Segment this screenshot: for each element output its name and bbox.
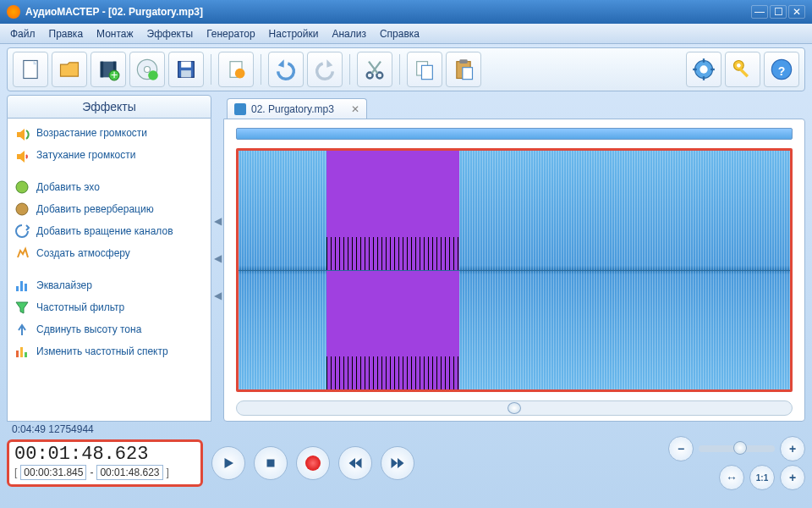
copy-button[interactable] xyxy=(407,52,442,87)
status-bar: 0:04:49 12754944 xyxy=(0,422,812,437)
svg-point-33 xyxy=(16,203,28,215)
video-button[interactable]: + xyxy=(91,52,126,87)
effect-item[interactable]: Добавить реверберацию xyxy=(8,198,211,220)
save-button[interactable] xyxy=(168,52,204,87)
svg-rect-17 xyxy=(422,65,433,79)
effect-item[interactable]: Возрастание громкости xyxy=(8,122,211,144)
svg-rect-34 xyxy=(16,286,19,291)
menu-settings[interactable]: Настройки xyxy=(262,25,326,42)
main-toolbar: + ? xyxy=(7,47,805,91)
play-button[interactable] xyxy=(211,446,245,480)
waveform-selection[interactable] xyxy=(326,151,458,389)
open-file-button[interactable] xyxy=(52,52,87,87)
effect-label: Затухание громкости xyxy=(36,149,135,161)
zoom-fit-button[interactable]: ↔ xyxy=(719,465,744,490)
scrollbar-thumb[interactable] xyxy=(508,402,521,414)
svg-rect-37 xyxy=(16,351,19,357)
sidebar-title: Эффекты xyxy=(7,95,211,119)
effect-label: Сдвинуть высоту тона xyxy=(36,323,141,335)
cut-button[interactable] xyxy=(357,52,392,87)
close-button[interactable]: ✕ xyxy=(788,5,805,19)
waveform-overview[interactable] xyxy=(236,128,793,140)
svg-point-32 xyxy=(16,181,28,193)
pitch-icon xyxy=(14,322,30,337)
menu-edit[interactable]: Правка xyxy=(42,25,91,42)
tab-label: 02. Purgatory.mp3 xyxy=(251,103,334,115)
menu-help[interactable]: Справка xyxy=(373,25,426,42)
tab-close-button[interactable]: ✕ xyxy=(351,103,359,115)
waveform-panel xyxy=(223,119,805,422)
atmosphere-icon xyxy=(14,246,30,261)
effect-item[interactable]: Создать атмосферу xyxy=(8,242,211,264)
spectrum-icon xyxy=(14,344,30,359)
svg-rect-19 xyxy=(459,59,467,64)
settings-button[interactable] xyxy=(686,52,721,87)
effect-item[interactable]: Частотный фильтр xyxy=(8,296,211,318)
selection-end-time: 00:01:48.623 xyxy=(96,465,162,480)
app-icon xyxy=(7,5,20,19)
effect-label: Добавить эхо xyxy=(36,181,100,193)
transport-bar: 00:01:48.623 [ 00:00:31.845 - 00:01:48.6… xyxy=(0,437,812,491)
menu-montage[interactable]: Монтаж xyxy=(90,25,140,42)
effects-list[interactable]: Возрастание громкостиЗатухание громкости… xyxy=(7,119,211,422)
record-icon xyxy=(305,456,321,471)
cd-button[interactable] xyxy=(129,52,165,87)
redo-button[interactable] xyxy=(307,52,343,87)
menu-generator[interactable]: Генератор xyxy=(200,25,261,42)
svg-text:+: + xyxy=(111,68,118,81)
effect-item[interactable]: Затухание громкости xyxy=(8,144,211,166)
stop-button[interactable] xyxy=(254,446,288,480)
waveform-display[interactable] xyxy=(236,148,793,392)
zoom-slider-thumb[interactable] xyxy=(733,441,747,455)
effect-label: Частотный фильтр xyxy=(36,301,124,313)
chevron-left-icon: ◀ xyxy=(214,290,222,301)
trim-button[interactable] xyxy=(218,52,254,87)
menu-bar: Файл Правка Монтаж Эффекты Генератор Нас… xyxy=(0,24,812,44)
menu-effects[interactable]: Эффекты xyxy=(140,25,200,42)
effect-label: Добавить вращение каналов xyxy=(36,225,173,237)
zoom-out-button[interactable]: − xyxy=(668,436,694,461)
chevron-left-icon: ◀ xyxy=(214,215,222,227)
svg-rect-40 xyxy=(267,460,275,467)
current-time: 00:01:48.623 xyxy=(14,444,195,465)
zoom-in-alt-button[interactable]: + xyxy=(780,465,805,490)
reverb-icon xyxy=(14,202,30,217)
effect-label: Эквалайзер xyxy=(36,279,92,291)
file-tab[interactable]: 02. Purgatory.mp3 ✕ xyxy=(227,98,367,119)
effect-label: Изменить частотный спектр xyxy=(36,345,168,357)
svg-point-22 xyxy=(700,65,707,73)
menu-analysis[interactable]: Анализ xyxy=(325,25,373,42)
new-file-button[interactable] xyxy=(13,52,48,87)
splitter[interactable]: ◀ ◀ ◀ xyxy=(211,95,223,422)
zoom-actual-button[interactable]: 1:1 xyxy=(749,465,775,490)
zoom-slider[interactable] xyxy=(699,445,775,452)
effect-item[interactable]: Эквалайзер xyxy=(8,274,211,296)
effect-label: Добавить реверберацию xyxy=(36,203,154,215)
paste-button[interactable] xyxy=(446,52,481,87)
volume-up-icon xyxy=(14,125,30,141)
undo-button[interactable] xyxy=(268,52,304,87)
equalizer-icon xyxy=(14,278,30,293)
zoom-in-button[interactable]: + xyxy=(780,436,805,461)
svg-text:?: ? xyxy=(778,64,786,78)
menu-file[interactable]: Файл xyxy=(3,25,42,42)
svg-rect-20 xyxy=(463,68,473,80)
audio-file-icon xyxy=(234,103,246,115)
minimize-button[interactable]: — xyxy=(751,5,768,19)
chevron-left-icon: ◀ xyxy=(214,252,222,264)
title-bar: АудиоМАСТЕР - [02. Purgatory.mp3] — ☐ ✕ xyxy=(0,0,812,24)
horizontal-scrollbar[interactable] xyxy=(236,400,793,416)
svg-rect-29 xyxy=(739,69,749,78)
svg-rect-11 xyxy=(181,70,191,77)
effect-item[interactable]: Добавить вращение каналов xyxy=(8,220,211,242)
help-button[interactable]: ? xyxy=(764,52,799,87)
effect-item[interactable]: Сдвинуть высоту тона xyxy=(8,318,211,340)
forward-button[interactable] xyxy=(381,446,414,480)
rewind-button[interactable] xyxy=(338,446,372,480)
record-button[interactable] xyxy=(296,446,330,480)
keys-button[interactable] xyxy=(725,52,760,87)
effect-item[interactable]: Изменить частотный спектр xyxy=(8,340,211,362)
window-title: АудиоМАСТЕР - [02. Purgatory.mp3] xyxy=(25,6,751,18)
effect-item[interactable]: Добавить эхо xyxy=(8,176,211,198)
maximize-button[interactable]: ☐ xyxy=(770,5,787,19)
